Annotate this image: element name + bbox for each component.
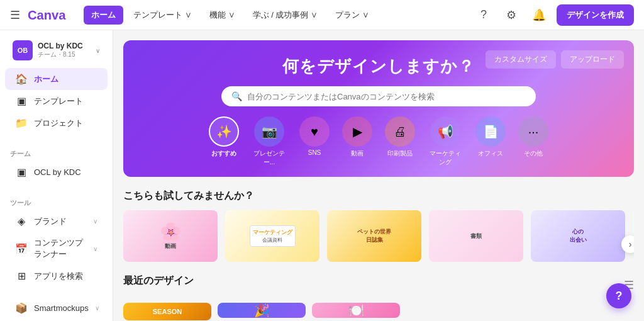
chevron-down-icon: ∨	[96, 47, 100, 54]
nav-link[interactable]: 学ぶ / 成功事例 ∨	[245, 6, 325, 25]
card-video[interactable]: 🌸 動画 動画	[123, 210, 218, 262]
category-item[interactable]: ···その他	[518, 116, 548, 167]
nav-link[interactable]: プラン ∨	[328, 6, 377, 25]
sidebar-item-label: テンプレート	[34, 96, 97, 107]
hamburger-icon[interactable]: ☰	[10, 8, 20, 22]
logo: Canva	[28, 8, 74, 22]
category-label: おすすめ	[211, 149, 236, 158]
category-label: SNS	[308, 149, 321, 156]
category-icon: ▶	[342, 116, 372, 147]
sidebar-item-content-planner[interactable]: 📅 コンテンツプランナー ∨	[5, 232, 108, 265]
calendar-icon: 📅	[15, 243, 28, 255]
sidebar-item-label: コンテンツプランナー	[34, 237, 87, 260]
try-section-title: こちらも試してみませんか？	[123, 189, 634, 203]
help-float-button[interactable]: ?	[606, 283, 631, 308]
section-label-team: チーム	[0, 144, 113, 161]
hero-banner: 何をデザインしますか？ カスタムサイズ アップロード 🔍 ✨おすすめ📷プレゼンテ…	[123, 40, 634, 177]
category-label: プレゼンテー...	[252, 149, 287, 167]
team-icon: ▣	[15, 166, 28, 178]
card-graph[interactable]: 心の出会い グラフ	[531, 210, 625, 262]
category-label: オフィス	[478, 149, 503, 158]
nav-link[interactable]: 機能 ∨	[202, 6, 243, 25]
category-item[interactable]: 📷プレゼンテー...	[252, 116, 287, 167]
search-input[interactable]	[247, 92, 526, 101]
category-item[interactable]: ✨おすすめ	[209, 116, 239, 167]
sidebar-item-label: Smartmockups	[34, 303, 89, 313]
sidebar-item-label: プロジェクト	[34, 118, 97, 129]
team-switcher[interactable]: OB OCL by KDC チーム・8.15 ∨	[5, 35, 108, 65]
section-label-tools: ツール	[0, 193, 113, 210]
custom-size-button[interactable]: カスタムサイズ	[486, 50, 556, 69]
category-label: 動画	[351, 149, 364, 158]
category-label: 印刷製品	[387, 149, 413, 158]
recent-thumb-season[interactable]: SEASON	[123, 303, 211, 320]
category-label: マーケティング	[428, 149, 463, 167]
card-thumb-a4: 書類	[429, 210, 523, 262]
card-presentation[interactable]: マーケティング 会議資料 プレゼンテーション（16:9）	[225, 210, 319, 262]
main-content: 何をデザインしますか？ カスタムサイズ アップロード 🔍 ✨おすすめ📷プレゼンテ…	[113, 30, 644, 321]
svg-text:Canva: Canva	[28, 8, 66, 22]
category-icon: 📄	[475, 116, 506, 147]
card-a4[interactable]: 書類 A4文書	[429, 210, 523, 262]
category-icon: ✨	[209, 116, 239, 147]
category-item[interactable]: ▶動画	[342, 116, 372, 167]
sidebar-item-templates[interactable]: ▣ テンプレート	[5, 90, 108, 112]
sidebar-item-smartmockups[interactable]: 📦 Smartmockups ∨	[5, 297, 108, 319]
card-thumb-video: 🌸 動画	[123, 210, 218, 262]
nav-links: ホームテンプレート ∨機能 ∨学ぶ / 成功事例 ∨プラン ∨	[84, 6, 474, 25]
category-item[interactable]: ♥SNS	[299, 116, 330, 167]
sidebar-item-app-search[interactable]: ⊞ アプリを検索	[5, 265, 108, 287]
sidebar-item-label: OCL by KDC	[34, 167, 97, 177]
category-item[interactable]: 📢マーケティング	[428, 116, 463, 167]
help-icon[interactable]: ?	[474, 5, 494, 25]
settings-icon[interactable]: ⚙	[501, 5, 521, 25]
sidebar-item-label: ホーム	[34, 74, 97, 85]
recent-header: 最近のデザイン ☰	[123, 274, 634, 295]
chevron-right-icon: ∨	[93, 218, 97, 225]
category-item[interactable]: 📄オフィス	[475, 116, 506, 167]
category-icon: 📷	[254, 116, 284, 147]
top-nav: ☰ Canva ホームテンプレート ∨機能 ∨学ぶ / 成功事例 ∨プラン ∨ …	[0, 0, 644, 30]
team-name: OCL by KDC	[38, 42, 91, 50]
folder-icon: 📁	[15, 117, 28, 129]
grid-icon: ⊞	[15, 270, 28, 282]
nav-link[interactable]: テンプレート ∨	[126, 6, 199, 25]
category-label: その他	[524, 149, 543, 158]
nav-link[interactable]: ホーム	[84, 6, 123, 25]
chevron-right-icon: ∨	[93, 245, 97, 252]
sidebar: OB OCL by KDC チーム・8.15 ∨ 🏠 ホーム ▣ テンプレート …	[0, 30, 113, 321]
recent-thumbs-row: SEASON 🎉 🍽️	[123, 303, 634, 320]
create-design-button[interactable]: デザインを作成	[557, 4, 634, 26]
sidebar-item-label: ブランド	[34, 216, 87, 227]
upload-button[interactable]: アップロード	[561, 50, 624, 69]
category-list: ✨おすすめ📷プレゼンテー...♥SNS▶動画🖨印刷製品📢マーケティング📄オフィス…	[136, 116, 621, 167]
category-icon: ···	[518, 116, 548, 147]
card-infographic[interactable]: ペットの世界日誌集 インフォグラフィック	[327, 210, 421, 262]
cards-next-button[interactable]: ›	[621, 235, 634, 253]
sidebar-item-home[interactable]: 🏠 ホーム	[5, 68, 108, 90]
category-item[interactable]: 🖨印刷製品	[385, 116, 415, 167]
recent-thumb-food[interactable]: 🍽️	[312, 303, 400, 318]
nav-right: ? ⚙ 🔔 デザインを作成	[474, 4, 634, 26]
sidebar-item-projects[interactable]: 📁 プロジェクト	[5, 112, 108, 134]
team-sub: チーム・8.15	[38, 50, 91, 59]
template-icon: ▣	[15, 95, 28, 107]
card-thumb-info: ペットの世界日誌集	[327, 210, 421, 262]
home-icon: 🏠	[15, 73, 28, 85]
mockup-icon: 📦	[15, 302, 28, 314]
sidebar-item-brand[interactable]: ◈ ブランド ∨	[5, 210, 108, 232]
search-bar: 🔍	[221, 86, 536, 106]
bell-icon[interactable]: 🔔	[529, 5, 549, 25]
sidebar-item-ocl[interactable]: ▣ OCL by KDC	[5, 161, 108, 183]
card-thumb-graph: 心の出会い	[531, 210, 625, 262]
search-icon: 🔍	[231, 91, 242, 101]
hero-actions: カスタムサイズ アップロード	[486, 50, 624, 69]
sidebar-item-label: アプリを検索	[34, 271, 97, 282]
recent-section-title: 最近のデザイン	[123, 274, 194, 288]
chevron-right-icon: ∨	[95, 305, 99, 312]
card-thumb-pres: マーケティング 会議資料	[225, 210, 319, 262]
category-icon: 🖨	[385, 116, 415, 147]
category-icon: ♥	[299, 116, 330, 147]
try-cards-row: 🌸 動画 動画 マーケティング 会議資料 プレゼンテーション（16:9）	[123, 210, 634, 262]
recent-thumb-party[interactable]: 🎉	[218, 303, 306, 318]
